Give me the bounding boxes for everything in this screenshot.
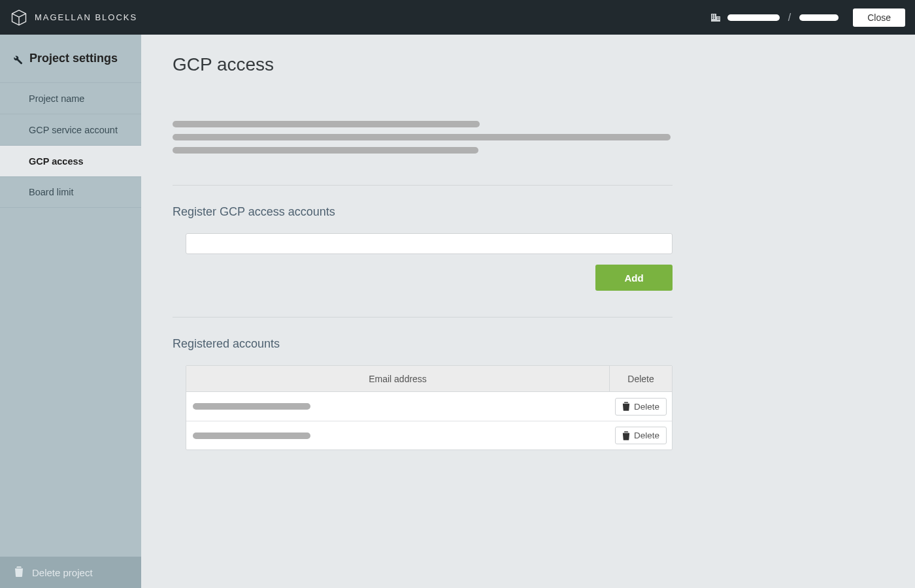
- svg-rect-4: [712, 16, 713, 18]
- project-name-placeholder: [799, 14, 839, 21]
- svg-rect-8: [717, 17, 718, 18]
- email-placeholder: [193, 403, 310, 410]
- sidebar-item-gcp-service-account[interactable]: GCP service account: [0, 114, 141, 145]
- sidebar-item-board-limit[interactable]: Board limit: [0, 176, 141, 208]
- cube-logo-icon: [10, 8, 28, 27]
- table-row: Delete: [186, 421, 672, 449]
- sidebar-header: Project settings: [0, 35, 141, 82]
- organization-icon: [710, 12, 721, 23]
- sidebar-item-project-name[interactable]: Project name: [0, 82, 141, 114]
- delete-row-button[interactable]: Delete: [615, 427, 667, 444]
- svg-rect-7: [714, 18, 715, 19]
- sidebar-item-gcp-access[interactable]: GCP access: [0, 145, 141, 176]
- text-placeholder-line: [173, 121, 480, 127]
- trash-icon: [14, 566, 24, 579]
- wrench-icon: [10, 52, 23, 65]
- section-divider: [173, 317, 673, 318]
- svg-rect-1: [716, 16, 720, 22]
- org-name-placeholder: [727, 14, 780, 21]
- svg-rect-3: [714, 14, 715, 16]
- sidebar-item-label: GCP access: [29, 156, 84, 167]
- text-placeholder-line: [173, 147, 478, 154]
- registered-heading: Registered accounts: [173, 337, 884, 351]
- registered-accounts-table: Email address Delete Delet: [186, 365, 673, 450]
- delete-row-button[interactable]: Delete: [615, 398, 667, 416]
- register-heading: Register GCP access accounts: [173, 205, 884, 219]
- trash-icon: [622, 402, 630, 411]
- sidebar-nav: Project name GCP service account GCP acc…: [0, 82, 141, 208]
- svg-rect-6: [712, 18, 713, 19]
- sidebar: Project settings Project name GCP servic…: [0, 35, 141, 588]
- app-header: MAGELLAN BLOCKS / Close: [0, 0, 915, 35]
- close-button[interactable]: Close: [853, 8, 905, 27]
- sidebar-title: Project settings: [29, 52, 118, 65]
- table-row: Delete: [186, 392, 672, 421]
- sidebar-item-label: Board limit: [29, 187, 74, 197]
- column-header-delete: Delete: [610, 366, 672, 392]
- header-breadcrumb: / Close: [710, 8, 905, 27]
- text-placeholder-line: [173, 134, 671, 140]
- brand-logo: MAGELLAN BLOCKS: [10, 8, 137, 27]
- delete-project-label: Delete project: [32, 567, 93, 578]
- description-placeholder: [173, 121, 884, 154]
- delete-row-label: Delete: [634, 431, 659, 440]
- svg-rect-0: [711, 14, 716, 22]
- column-header-email: Email address: [186, 366, 610, 392]
- brand-name: MAGELLAN BLOCKS: [35, 12, 137, 22]
- delete-row-label: Delete: [634, 402, 659, 412]
- svg-rect-9: [718, 17, 719, 18]
- sidebar-item-label: GCP service account: [29, 125, 118, 135]
- svg-rect-11: [718, 18, 719, 19]
- sidebar-item-label: Project name: [29, 93, 84, 104]
- main-content: GCP access Register GCP access accounts …: [141, 35, 915, 588]
- add-button[interactable]: Add: [595, 265, 673, 291]
- delete-project-button[interactable]: Delete project: [0, 557, 141, 588]
- section-divider: [173, 185, 673, 186]
- page-title: GCP access: [173, 54, 884, 75]
- gcp-account-input[interactable]: [186, 233, 673, 254]
- svg-rect-10: [717, 18, 718, 19]
- svg-rect-5: [714, 16, 715, 18]
- svg-rect-2: [712, 14, 713, 16]
- breadcrumb-separator: /: [788, 12, 791, 24]
- trash-icon: [622, 431, 630, 440]
- email-placeholder: [193, 433, 310, 439]
